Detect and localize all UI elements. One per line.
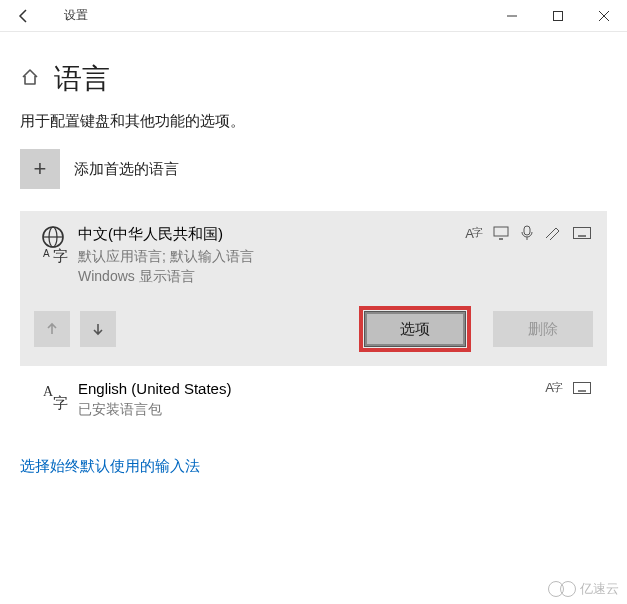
add-language-row[interactable]: + 添加首选的语言	[0, 149, 627, 211]
language-glyph-icon: A 字	[34, 380, 78, 414]
delete-button: 删除	[493, 311, 593, 347]
options-highlight: 选项	[359, 306, 471, 352]
text-to-speech-icon: A字	[465, 225, 481, 241]
back-button[interactable]	[0, 0, 48, 32]
default-ime-link[interactable]: 选择始终默认使用的输入法	[0, 433, 220, 500]
move-down-button[interactable]	[80, 311, 116, 347]
keyboard-icon	[573, 380, 591, 395]
svg-text:A: A	[43, 248, 50, 259]
language-name: English (United States)	[78, 380, 545, 397]
language-item-chinese[interactable]: 字 A 中文(中华人民共和国) 默认应用语言; 默认输入语言 Windows 显…	[20, 211, 607, 366]
language-desc: 已安装语言包	[78, 401, 545, 419]
svg-rect-13	[574, 228, 591, 239]
maximize-button[interactable]	[535, 0, 581, 32]
svg-rect-1	[554, 11, 563, 20]
globe-language-icon: 字 A	[34, 225, 78, 265]
display-icon	[493, 225, 509, 241]
keyboard-icon	[573, 225, 591, 241]
watermark: 亿速云	[548, 580, 619, 598]
language-item-english[interactable]: A 字 English (United States) 已安装语言包 A字	[20, 366, 607, 433]
svg-rect-11	[524, 226, 530, 235]
add-language-label: 添加首选的语言	[74, 160, 179, 179]
svg-rect-9	[494, 227, 508, 236]
move-up-button	[34, 311, 70, 347]
window-title: 设置	[48, 7, 489, 24]
language-desc2: Windows 显示语言	[78, 268, 465, 286]
page-subtitle: 用于配置键盘和其他功能的选项。	[0, 106, 627, 149]
svg-text:字: 字	[53, 248, 68, 264]
language-desc: 默认应用语言; 默认输入语言	[78, 248, 465, 266]
handwriting-icon	[545, 225, 561, 241]
options-button[interactable]: 选项	[365, 312, 465, 346]
home-icon[interactable]	[20, 67, 40, 92]
minimize-button[interactable]	[489, 0, 535, 32]
language-name: 中文(中华人民共和国)	[78, 225, 465, 244]
text-to-speech-icon: A字	[545, 380, 561, 395]
speech-icon	[521, 225, 533, 241]
plus-icon: +	[20, 149, 60, 189]
svg-text:字: 字	[53, 395, 68, 411]
close-button[interactable]	[581, 0, 627, 32]
page-title: 语言	[54, 60, 110, 98]
svg-rect-22	[574, 382, 591, 393]
